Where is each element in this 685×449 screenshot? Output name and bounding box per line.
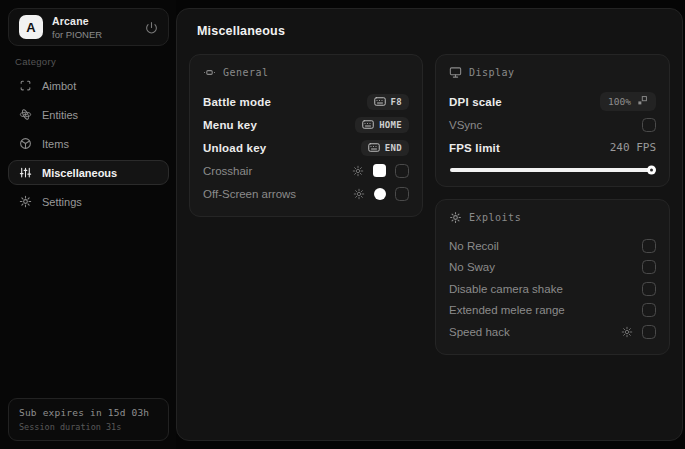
keyboard-icon bbox=[374, 97, 386, 106]
no-sway-checkbox[interactable] bbox=[642, 260, 656, 274]
crosshair-checkbox[interactable] bbox=[395, 164, 409, 178]
keyboard-icon bbox=[368, 143, 380, 152]
sidebar-item-entities[interactable]: Entities bbox=[8, 102, 169, 127]
menu-key-keybind[interactable]: HOME bbox=[355, 117, 409, 133]
sidebar-item-label: Miscellaneous bbox=[42, 167, 117, 179]
unload-key-keybind[interactable]: END bbox=[361, 140, 409, 156]
menu-key-row: Menu key HOME bbox=[203, 113, 409, 136]
extended-melee-range-row: Extended melee range bbox=[449, 300, 656, 322]
general-panel: General Battle mode F8 Menu key bbox=[189, 54, 423, 217]
offscreen-arrows-settings-gear-icon[interactable] bbox=[353, 188, 365, 200]
gear-icon bbox=[19, 195, 32, 208]
app-logo: A bbox=[19, 15, 43, 39]
vsync-checkbox[interactable] bbox=[642, 118, 656, 132]
exploits-spark-icon bbox=[449, 211, 462, 224]
disable-camera-shake-label: Disable camera shake bbox=[449, 283, 563, 295]
offscreen-arrows-color-swatch[interactable] bbox=[374, 188, 386, 200]
sidebar-item-label: Settings bbox=[42, 196, 82, 208]
keybind-value: END bbox=[385, 143, 402, 153]
keybind-value: F8 bbox=[391, 97, 402, 107]
vsync-row: VSync bbox=[449, 113, 656, 136]
sidebar-nav: Aimbot Entities Items Miscellaneous Sett… bbox=[8, 73, 169, 214]
unload-key-row: Unload key END bbox=[203, 136, 409, 159]
battle-mode-label: Battle mode bbox=[203, 96, 271, 108]
menu-key-label: Menu key bbox=[203, 119, 257, 131]
app-name: Arcane bbox=[52, 15, 102, 27]
no-recoil-row: No Recoil bbox=[449, 235, 656, 257]
app-subtitle: for PIONER bbox=[52, 29, 102, 40]
sidebar-item-label: Aimbot bbox=[42, 80, 76, 92]
monitor-icon bbox=[449, 66, 462, 79]
sliders-icon bbox=[19, 166, 32, 179]
sidebar-item-aimbot[interactable]: Aimbot bbox=[8, 73, 169, 98]
no-sway-label: No Sway bbox=[449, 261, 495, 273]
fps-slider-fill bbox=[450, 168, 653, 172]
extended-melee-range-label: Extended melee range bbox=[449, 304, 565, 316]
fps-limit-slider[interactable] bbox=[450, 168, 655, 172]
general-slider-icon bbox=[203, 66, 216, 79]
session-duration-text: Session duration 31s bbox=[19, 422, 158, 432]
unload-key-label: Unload key bbox=[203, 142, 266, 154]
aimbot-scan-icon bbox=[19, 79, 32, 92]
crosshair-row: Crosshair bbox=[203, 159, 409, 182]
battle-mode-row: Battle mode F8 bbox=[203, 90, 409, 113]
crosshair-settings-gear-icon[interactable] bbox=[352, 165, 364, 177]
fps-slider-knob[interactable] bbox=[647, 166, 656, 175]
fps-limit-label: FPS limit bbox=[449, 142, 500, 154]
app-title-block: Arcane for PIONER bbox=[52, 15, 102, 40]
exploits-panel: Exploits No Recoil No Sway Disable camer… bbox=[435, 199, 670, 355]
vsync-label: VSync bbox=[449, 119, 482, 131]
app-header-card: A Arcane for PIONER bbox=[8, 8, 169, 46]
speed-hack-checkbox[interactable] bbox=[642, 325, 656, 339]
speed-hack-label: Speed hack bbox=[449, 326, 510, 338]
items-sphere-icon bbox=[19, 137, 32, 150]
exploits-panel-title: Exploits bbox=[469, 212, 521, 223]
no-sway-row: No Sway bbox=[449, 257, 656, 279]
power-icon[interactable] bbox=[145, 21, 158, 34]
sidebar: A Arcane for PIONER Category Aimbot Enti… bbox=[0, 0, 176, 449]
extended-melee-range-checkbox[interactable] bbox=[642, 303, 656, 317]
disable-camera-shake-checkbox[interactable] bbox=[642, 282, 656, 296]
keybind-value: HOME bbox=[379, 120, 402, 130]
sidebar-item-items[interactable]: Items bbox=[8, 131, 169, 156]
sidebar-item-label: Entities bbox=[42, 109, 78, 121]
page-title: Miscellaneous bbox=[197, 24, 670, 38]
speed-hack-row: Speed hack bbox=[449, 321, 656, 343]
display-panel-title: Display bbox=[469, 67, 515, 78]
sub-expiry-text: Sub expires in 15d 03h bbox=[19, 407, 158, 418]
no-recoil-label: No Recoil bbox=[449, 240, 499, 252]
fps-limit-value: 240 FPS bbox=[610, 141, 656, 154]
subscription-info-card: Sub expires in 15d 03h Session duration … bbox=[8, 398, 169, 441]
exploits-panel-header: Exploits bbox=[449, 211, 656, 224]
offscreen-arrows-row: Off-Screen arrows bbox=[203, 182, 409, 205]
general-panel-title: General bbox=[223, 67, 269, 78]
category-label: Category bbox=[15, 56, 56, 67]
sidebar-item-settings[interactable]: Settings bbox=[8, 189, 169, 214]
no-recoil-checkbox[interactable] bbox=[642, 239, 656, 253]
battle-mode-keybind[interactable]: F8 bbox=[367, 94, 409, 110]
entities-atom-icon bbox=[19, 108, 32, 121]
keyboard-icon bbox=[362, 120, 374, 129]
main-panel: Miscellaneous General Battle mode bbox=[176, 8, 683, 441]
offscreen-arrows-label: Off-Screen arrows bbox=[203, 188, 296, 200]
dpi-scale-selector[interactable]: 100% bbox=[600, 92, 656, 111]
offscreen-arrows-checkbox[interactable] bbox=[395, 187, 409, 201]
fps-limit-row: FPS limit 240 FPS bbox=[449, 136, 656, 159]
dpi-scale-value: 100% bbox=[608, 96, 631, 107]
dpi-scale-row: DPI scale 100% bbox=[449, 90, 656, 113]
display-panel: Display DPI scale 100% VSync bbox=[435, 54, 670, 187]
sidebar-item-miscellaneous[interactable]: Miscellaneous bbox=[8, 160, 169, 185]
general-panel-header: General bbox=[203, 66, 409, 79]
display-panel-header: Display bbox=[449, 66, 656, 79]
crosshair-label: Crosshair bbox=[203, 165, 252, 177]
disable-camera-shake-row: Disable camera shake bbox=[449, 278, 656, 300]
speed-hack-settings-gear-icon[interactable] bbox=[621, 326, 633, 338]
crosshair-color-swatch[interactable] bbox=[373, 164, 386, 177]
sidebar-item-label: Items bbox=[42, 138, 69, 150]
dpi-scale-label: DPI scale bbox=[449, 96, 502, 108]
scale-icon bbox=[637, 95, 648, 108]
